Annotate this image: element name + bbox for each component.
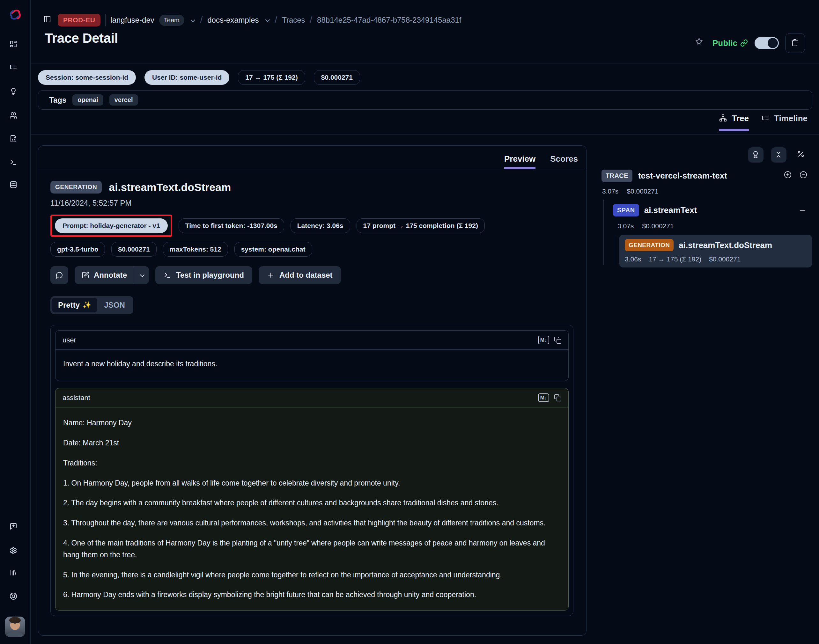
- project-chevron-down-icon[interactable]: [264, 17, 270, 23]
- prompt-badge[interactable]: Prompt: holiday-generator - v1: [55, 218, 168, 233]
- bookmark-star-icon[interactable]: [695, 38, 706, 49]
- generation-name: ai.streamText.doStream: [679, 241, 772, 250]
- latency-badge: Latency: 3.06s: [290, 218, 350, 233]
- add-to-dataset-button[interactable]: Add to dataset: [259, 266, 341, 284]
- generation-metrics: 3.06s 17 → 175 (Σ 192) $0.000271: [625, 255, 807, 263]
- assistant-paragraph: Traditions:: [63, 457, 561, 469]
- breadcrumb-org[interactable]: langfuse-dev: [111, 15, 154, 25]
- public-toggle[interactable]: [754, 37, 779, 49]
- tree-indent-line: [615, 235, 615, 265]
- metrics-percent-button[interactable]: [794, 147, 810, 163]
- delete-trace-button[interactable]: [785, 33, 805, 53]
- user-message-content: Invent a new holiday and describe its tr…: [55, 350, 569, 381]
- tab-scores[interactable]: Scores: [550, 154, 578, 169]
- nav-evaluation-icon[interactable]: [9, 135, 21, 146]
- annotate-split-button: Annotate: [75, 266, 149, 284]
- user-message-card: user M↓ Invent a new holiday and describ…: [55, 330, 569, 381]
- usage-badge: 17 prompt → 175 completion (Σ 192): [356, 218, 485, 233]
- toggle-knob: [768, 38, 778, 48]
- trace-metrics: 3.07s $0.000271: [602, 187, 659, 195]
- assistant-paragraph: 3. Throughout the day, there are various…: [63, 517, 561, 529]
- user-id-badge[interactable]: User ID: some-user-id: [144, 70, 229, 85]
- copy-icon[interactable]: [554, 336, 561, 343]
- scores-award-button[interactable]: [748, 147, 764, 163]
- org-chevron-down-icon[interactable]: [189, 17, 195, 23]
- breadcrumb: PROD-EU langfuse-dev Team / docs-example…: [43, 13, 461, 28]
- tab-preview[interactable]: Preview: [504, 154, 535, 169]
- generation-row: GENERATION ai.streamText.doStream: [625, 239, 807, 251]
- collapse-tree-icon[interactable]: [799, 171, 810, 181]
- nav-tracing-icon[interactable]: [9, 63, 21, 75]
- nav-settings-icon[interactable]: [9, 547, 21, 558]
- markdown-toggle-icon[interactable]: M↓: [538, 393, 549, 402]
- markdown-toggle-icon[interactable]: M↓: [538, 336, 549, 344]
- copy-icon[interactable]: [554, 394, 561, 402]
- generation-usage: 17 → 175 (Σ 192): [649, 255, 701, 263]
- public-share-link[interactable]: Public: [713, 38, 748, 48]
- collapse-all-button[interactable]: [771, 147, 787, 163]
- panel-tabs: Preview Scores: [38, 146, 586, 169]
- tree-toolbar: [748, 147, 810, 163]
- format-pretty-tab[interactable]: Pretty ✨: [52, 298, 97, 313]
- nav-users-icon[interactable]: [9, 112, 21, 123]
- breadcrumb-section[interactable]: Traces: [282, 15, 305, 25]
- io-container: user M↓ Invent a new holiday and describ…: [51, 325, 573, 616]
- observation-timestamp: 11/16/2024, 5:52:57 PM: [51, 199, 573, 207]
- user-avatar[interactable]: [5, 616, 25, 637]
- sparkles-icon: ✨: [83, 301, 91, 309]
- comment-icon: [55, 271, 63, 279]
- tree-node-span[interactable]: SPAN ai.streamText: [613, 204, 697, 216]
- nav-support-icon[interactable]: [9, 592, 21, 604]
- tags-label: Tags: [49, 96, 66, 104]
- observation-panel: Preview Scores GENERATION ai.streamText.…: [38, 146, 587, 636]
- span-latency: 3.07s: [618, 222, 634, 230]
- breadcrumb-slash: /: [275, 15, 278, 25]
- tree-node-trace[interactable]: TRACE test-vercel-stream-text: [601, 170, 810, 182]
- trace-meta-badges: Session: some-session-id User ID: some-u…: [38, 70, 360, 85]
- nav-playground-icon[interactable]: [9, 158, 21, 170]
- tab-tree[interactable]: Tree: [719, 113, 749, 131]
- tag-vercel[interactable]: vercel: [109, 94, 138, 106]
- nav-docs-icon[interactable]: [9, 569, 21, 580]
- tab-timeline[interactable]: Timeline: [762, 113, 808, 131]
- tab-tree-label: Tree: [731, 113, 749, 123]
- expand-all-icon[interactable]: [784, 171, 794, 181]
- tree-icon: [719, 114, 728, 123]
- view-tabs: Tree Timeline: [719, 113, 808, 131]
- observation-type-badge: GENERATION: [51, 181, 102, 193]
- model-badge[interactable]: gpt-3.5-turbo: [51, 242, 105, 257]
- annotate-button[interactable]: Annotate: [75, 266, 134, 284]
- breadcrumb-divider: [105, 14, 106, 26]
- generation-cost: $0.000271: [709, 255, 741, 263]
- assistant-paragraph: 6. Harmony Day ends with a fireworks dis…: [63, 589, 561, 601]
- nav-feedback-icon[interactable]: [9, 523, 21, 534]
- annotate-dropdown-button[interactable]: [134, 266, 149, 284]
- format-json-tab[interactable]: JSON: [97, 298, 131, 313]
- test-in-playground-button[interactable]: Test in playground: [155, 266, 252, 284]
- user-message-tools: M↓: [538, 336, 561, 344]
- tree-node-generation-selected[interactable]: GENERATION ai.streamText.doStream 3.06s …: [619, 235, 812, 267]
- assistant-message-tools: M↓: [538, 393, 561, 402]
- trace-latency: 3.07s: [602, 187, 618, 195]
- span-cost: $0.000271: [642, 222, 673, 230]
- comment-button[interactable]: [51, 266, 68, 284]
- nav-prompts-icon[interactable]: [9, 88, 21, 99]
- sidebar-toggle-icon[interactable]: [43, 15, 53, 25]
- environment-badge[interactable]: PROD-EU: [58, 14, 100, 26]
- session-badge[interactable]: Session: some-session-id: [38, 70, 136, 85]
- ttft-badge: Time to first token: -1307.00s: [178, 218, 284, 233]
- assistant-paragraph: 2. The day begins with a community break…: [63, 497, 561, 509]
- breadcrumb-project[interactable]: docs-examples: [207, 15, 259, 25]
- link-icon: [740, 39, 748, 47]
- observation-cost-badge: $0.000271: [111, 242, 156, 257]
- cost-badge: $0.000271: [314, 70, 360, 85]
- langfuse-logo-icon[interactable]: [8, 8, 22, 21]
- collapse-span-icon[interactable]: [799, 207, 807, 215]
- tag-openai[interactable]: openai: [72, 94, 103, 106]
- nav-datasets-icon[interactable]: [9, 181, 21, 192]
- breadcrumb-slash: /: [200, 15, 203, 25]
- nav-dashboard-icon[interactable]: [9, 40, 21, 52]
- assistant-paragraph: Name: Harmony Day: [63, 417, 561, 429]
- chevrons-down-up-icon: [774, 151, 783, 159]
- breadcrumb-trace-id: 88b14e25-47ad-4867-b758-2349145aa31f: [317, 15, 461, 25]
